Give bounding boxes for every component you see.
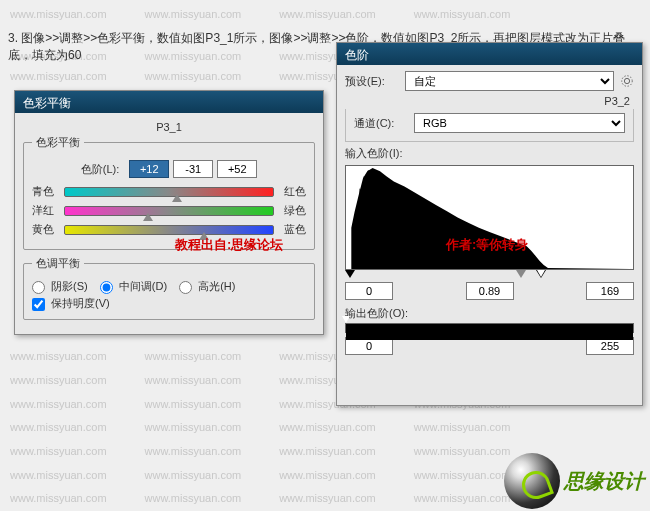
credit-author: 作者:等你转身	[446, 236, 528, 254]
preset-menu-icon[interactable]	[620, 74, 634, 88]
color-level-label: 色阶(L):	[81, 162, 120, 177]
output-levels-label: 输出色阶(O):	[345, 306, 634, 321]
preset-select[interactable]: 自定	[405, 71, 614, 91]
dialog-color-balance: 色彩平衡 P3_1 色彩平衡 色阶(L): 青色 红色 洋红 绿色 黄色	[14, 90, 324, 335]
logo-text: 思缘设计	[564, 468, 644, 495]
titlebar-levels[interactable]: 色阶	[337, 43, 642, 65]
label-red: 红色	[278, 184, 306, 199]
titlebar-color-balance[interactable]: 色彩平衡	[15, 91, 323, 113]
group-tone-balance-label: 色调平衡	[32, 256, 84, 271]
label-cyan: 青色	[32, 184, 60, 199]
radio-shadows[interactable]: 阴影(S)	[32, 279, 88, 294]
dialog-levels: 色阶 预设(E): 自定 P3_2 通道(C): RGB 输入色阶(I):	[336, 42, 643, 406]
svg-point-1	[622, 76, 633, 87]
logo-ball-icon	[504, 453, 560, 509]
slider-cyan-red[interactable]	[64, 187, 274, 197]
color-level-2[interactable]	[173, 160, 213, 178]
group-tone-balance: 色调平衡 阴影(S) 中间调(D) 高光(H) 保持明度(V)	[23, 256, 315, 320]
output-levels-ramp[interactable]	[345, 323, 634, 333]
input-levels-ramp[interactable]	[345, 272, 634, 278]
color-level-3[interactable]	[217, 160, 257, 178]
group-color-balance: 色彩平衡 色阶(L): 青色 红色 洋红 绿色 黄色 蓝色	[23, 135, 315, 250]
group-color-balance-label: 色彩平衡	[32, 135, 84, 150]
input-white-point[interactable]	[586, 282, 634, 300]
figure-label-p31: P3_1	[23, 121, 315, 133]
credit-source: 教程出自:思缘论坛	[175, 236, 283, 254]
input-gamma[interactable]	[466, 282, 514, 300]
color-level-1[interactable]	[129, 160, 169, 178]
input-black-point[interactable]	[345, 282, 393, 300]
checkbox-preserve-luminosity[interactable]: 保持明度(V)	[32, 297, 110, 309]
radio-midtones[interactable]: 中间调(D)	[100, 279, 167, 294]
input-levels-label: 输入色阶(I):	[345, 146, 634, 161]
channel-label: 通道(C):	[354, 116, 408, 131]
label-magenta: 洋红	[32, 203, 60, 218]
label-blue: 蓝色	[278, 222, 306, 237]
figure-label-p32: P3_2	[337, 95, 630, 107]
channel-select[interactable]: RGB	[414, 113, 625, 133]
slider-magenta-green[interactable]	[64, 206, 274, 216]
histogram	[345, 165, 634, 270]
radio-highlights[interactable]: 高光(H)	[179, 279, 235, 294]
slider-yellow-blue[interactable]	[64, 225, 274, 235]
label-yellow: 黄色	[32, 222, 60, 237]
svg-point-0	[624, 78, 629, 83]
label-green: 绿色	[278, 203, 306, 218]
site-logo: 思缘设计	[504, 453, 644, 509]
preset-label: 预设(E):	[345, 74, 399, 89]
